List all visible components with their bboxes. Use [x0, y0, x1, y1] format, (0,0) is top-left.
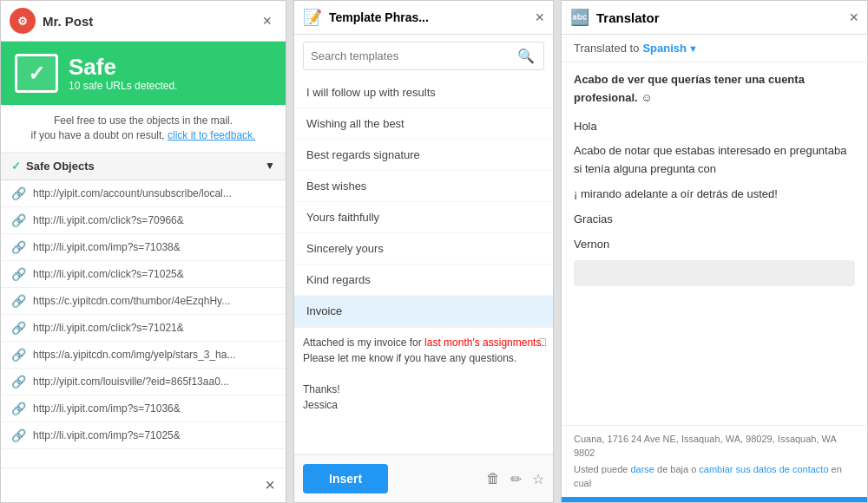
- checkmark-icon: ✓: [28, 62, 45, 86]
- contact-link[interactable]: cambiar sus datos de contacto: [699, 464, 828, 474]
- mrpost-title: Mr. Post: [43, 14, 257, 29]
- url-list: 🔗 http://yipit.com/account/unsubscribe/l…: [1, 180, 286, 467]
- delete-icon[interactable]: 🗑: [486, 471, 500, 487]
- mrpost-app-icon: ⚙: [10, 8, 36, 34]
- template-item-best-wishes[interactable]: Best wishes: [294, 171, 553, 202]
- mrpost-notice: Feel free to use the objects in the mail…: [1, 105, 286, 153]
- template-item-yours-faithfully[interactable]: Yours faithfully: [294, 202, 553, 233]
- translator-footer: Cuana, 1716 24 Ave NE, Issaquah, WA, 980…: [562, 425, 867, 497]
- template-close-button[interactable]: ×: [535, 9, 544, 27]
- safe-objects-chevron-icon[interactable]: ▼: [265, 160, 275, 172]
- url-item[interactable]: 🔗 http://li.yipit.com/imp?s=71038&: [1, 234, 286, 261]
- insert-button[interactable]: Insert: [303, 464, 388, 493]
- preview-highlight: last month's assignments.: [424, 336, 544, 349]
- template-title: Template Phras...: [329, 10, 535, 24]
- link-icon: 🔗: [11, 267, 26, 281]
- link-icon: 🔗: [11, 402, 26, 415]
- template-item-label: Wishing all the best: [306, 117, 404, 130]
- url-item[interactable]: 🔗 https://a.yipitcdn.com/img/yelp/stars_…: [1, 342, 286, 369]
- preview-after: Please let me know if you have any quest…: [303, 352, 516, 364]
- preview-before: Attached is my invoice for: [303, 336, 424, 349]
- link-icon: 🔗: [11, 240, 26, 254]
- link-icon: 🔗: [11, 186, 26, 200]
- translator-address: Cuana, 1716 24 Ave NE, Issaquah, WA, 980…: [574, 433, 855, 460]
- template-preview-area: □ Attached is my invoice for last month'…: [294, 328, 553, 454]
- template-item-best-regards[interactable]: Best regards signature: [294, 140, 553, 171]
- translator-para-1: Acabo de notar que estabas interesado en…: [574, 142, 855, 179]
- url-text: http://li.yipit.com/imp?s=71038&: [33, 241, 181, 253]
- edit-icon[interactable]: ✏: [510, 471, 522, 487]
- mrpost-panel: ⚙ Mr. Post × ✓ Safe 10 safe URLs detecte…: [0, 0, 286, 503]
- darse-link[interactable]: darse: [630, 464, 654, 474]
- template-item-wishing[interactable]: Wishing all the best: [294, 108, 553, 140]
- link-icon: 🔗: [11, 213, 26, 227]
- link-icon: 🔗: [11, 375, 26, 389]
- blurred-content: [574, 260, 855, 286]
- search-input[interactable]: [304, 44, 509, 68]
- template-item-invoice[interactable]: Invoice: [294, 296, 553, 327]
- template-item-kind-regards[interactable]: Kind regards: [294, 265, 553, 296]
- safe-subtitle: 10 safe URLs detected.: [69, 80, 177, 92]
- template-panel: 📝 Template Phras... × 🔍 I will follow up…: [293, 0, 554, 503]
- preview-thanks: Thanks!Jessica: [303, 383, 340, 411]
- template-item-label: Sincerely yours: [306, 242, 384, 255]
- url-text: http://yipit.com/louisville/?eid=865f13a…: [33, 376, 229, 388]
- footer-note-mid: de baja o: [654, 464, 699, 474]
- url-item[interactable]: 🔗 http://yipit.com/account/unsubscribe/l…: [1, 180, 286, 207]
- link-icon: 🔗: [11, 294, 26, 308]
- language-bar: Translated to Spanish ▼: [562, 35, 867, 62]
- preview-text: Attached is my invoice for last month's …: [303, 335, 544, 413]
- safe-objects-check-icon: ✓: [11, 160, 21, 173]
- search-icon[interactable]: 🔍: [509, 42, 543, 69]
- url-item[interactable]: 🔗 http://li.yipit.com/click?s=71021&: [1, 315, 286, 342]
- translator-close-button[interactable]: ×: [849, 9, 858, 27]
- spacer-1: [286, 0, 293, 503]
- url-item[interactable]: 🔗 http://li.yipit.com/click?s=71025&: [1, 261, 286, 288]
- safe-banner: ✓ Safe 10 safe URLs detected.: [1, 42, 286, 105]
- url-text: http://yipit.com/account/unsubscribe/loc…: [33, 187, 232, 199]
- link-icon: 🔗: [11, 348, 26, 362]
- url-text: http://li.yipit.com/click?s=70966&: [33, 214, 184, 226]
- mrpost-footer-close-button[interactable]: ×: [265, 475, 275, 495]
- link-icon: 🔗: [11, 321, 26, 335]
- template-item-label: I will follow up with results: [306, 86, 436, 99]
- mrpost-close-button[interactable]: ×: [257, 10, 277, 32]
- translator-icon: 🔤: [570, 8, 589, 27]
- url-item[interactable]: 🔗 http://li.yipit.com/imp?s=71036&: [1, 395, 286, 422]
- url-item[interactable]: 🔗 http://li.yipit.com/click?s=70966&: [1, 207, 286, 234]
- language-chevron-icon[interactable]: ▼: [688, 43, 698, 54]
- template-item-label: Yours faithfully: [306, 211, 379, 224]
- template-item-label: Kind regards: [306, 273, 371, 286]
- safe-check-box: ✓: [15, 54, 58, 93]
- url-text: http://li.vipit.com/imp?s=71025&: [33, 429, 181, 441]
- url-item[interactable]: 🔗 http://li.vipit.com/imp?s=71025&: [1, 422, 286, 449]
- template-item-sincerely[interactable]: Sincerely yours: [294, 233, 553, 265]
- template-header: 📝 Template Phras... ×: [294, 1, 553, 35]
- mrpost-footer: ×: [1, 467, 286, 502]
- url-text: http://li.yipit.com/click?s=71025&: [33, 268, 184, 280]
- translator-para-gracias: Gracias: [574, 211, 855, 229]
- star-icon[interactable]: ☆: [532, 471, 544, 487]
- url-item[interactable]: 🔗 https://c.yipitcdn.com/thumbor/4eEzqhH…: [1, 288, 286, 315]
- translator-para-name: Vernon: [574, 236, 855, 254]
- spacer-2: [554, 0, 561, 503]
- template-list: I will follow up with results Wishing al…: [294, 77, 553, 328]
- template-icon: 📝: [303, 8, 322, 27]
- translator-intro: Acabo de ver que querías tener una cuent…: [574, 71, 855, 108]
- template-item-label: Best wishes: [306, 180, 366, 193]
- translator-header: 🔤 Translator ×: [562, 1, 867, 35]
- url-text: https://a.yipitcdn.com/img/yelp/stars_3_…: [33, 349, 235, 361]
- mrpost-header: ⚙ Mr. Post ×: [1, 1, 286, 42]
- template-item-follow-up[interactable]: I will follow up with results: [294, 77, 553, 108]
- translator-para-2: ¡ mirando adelante a oír detrás de usted…: [574, 186, 855, 204]
- language-selector[interactable]: Spanish: [642, 42, 687, 55]
- safe-label: Safe: [69, 56, 177, 78]
- search-bar: 🔍: [303, 42, 544, 70]
- template-item-label: Invoice: [306, 304, 342, 317]
- translator-panel: 🔤 Translator × Translated to Spanish ▼ A…: [561, 0, 868, 503]
- translated-to-label: Translated to: [574, 42, 639, 55]
- link-icon: 🔗: [11, 428, 26, 442]
- feedback-link[interactable]: click it to feedback.: [168, 129, 255, 141]
- url-item[interactable]: 🔗 http://yipit.com/louisville/?eid=865f1…: [1, 369, 286, 395]
- expand-icon[interactable]: □: [539, 333, 546, 351]
